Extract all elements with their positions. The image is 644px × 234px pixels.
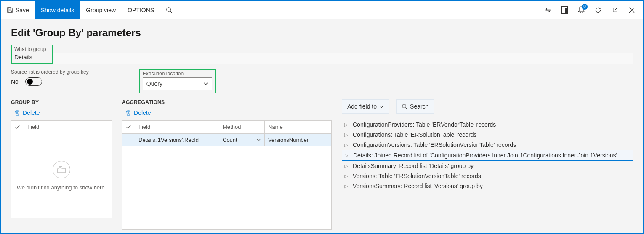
agg-row-name[interactable]: VersionsNumber <box>265 134 331 146</box>
agg-check-header[interactable] <box>122 121 135 133</box>
ordered-toggle-label: Source list is ordered by group key <box>11 69 89 75</box>
show-details-button[interactable]: Show details <box>35 1 80 19</box>
svg-line-1 <box>170 11 172 13</box>
search-button[interactable]: Search <box>396 99 434 114</box>
groupby-delete-label: Delete <box>23 109 40 116</box>
tree-item[interactable]: ▷VersionsSummary: Record list 'Versions'… <box>342 181 633 191</box>
groupby-column: GROUP BY Delete Field <box>11 99 112 218</box>
popout-icon[interactable] <box>611 6 619 14</box>
groupby-field-header[interactable]: Field <box>24 121 112 133</box>
office-icon[interactable] <box>561 6 568 14</box>
groupby-grid-header: Field <box>11 121 112 133</box>
tree-item-label: DetailsSummary: Record list 'Details' gr… <box>353 162 474 169</box>
agg-row-check[interactable] <box>122 134 135 146</box>
fields-tree: ▷ConfigurationProviders: Table 'ERVendor… <box>342 120 633 191</box>
add-field-button[interactable]: Add field to <box>342 99 389 114</box>
agg-row-method[interactable]: Count <box>219 134 265 146</box>
notification-icon[interactable]: 0 <box>577 6 585 14</box>
toolbar-right: 0 <box>544 1 643 19</box>
groupby-check-header[interactable] <box>11 121 24 133</box>
toolbar-search-button[interactable] <box>160 1 178 19</box>
search-icon <box>402 104 407 109</box>
fields-column: Add field to Search ▷ConfigurationProvid… <box>342 99 633 191</box>
tree-item-label: Versions: Table 'ERSolutionVersionTable'… <box>353 173 481 179</box>
close-icon[interactable] <box>628 6 636 14</box>
chevron-down-icon <box>379 104 384 109</box>
tree-item[interactable]: ▷ConfigurationVersions: Table 'ERSolutio… <box>342 140 633 150</box>
group-view-label: Group view <box>86 7 116 13</box>
right-actions: Add field to Search <box>342 99 633 114</box>
connection-icon[interactable] <box>544 6 551 14</box>
check-icon <box>126 124 131 130</box>
what-to-group-row: What to group Details <box>11 45 633 64</box>
expand-icon[interactable]: ▷ <box>344 153 349 158</box>
execution-location-label: Execution location <box>143 71 212 77</box>
tree-item[interactable]: ▷DetailsSummary: Record list 'Details' g… <box>342 161 633 171</box>
add-field-label: Add field to <box>347 103 377 110</box>
ordered-toggle[interactable] <box>25 77 42 86</box>
what-to-group-highlight: What to group Details <box>11 45 53 64</box>
svg-line-3 <box>406 108 407 109</box>
agg-field-header[interactable]: Field <box>135 121 219 133</box>
groupby-delete-button[interactable]: Delete <box>14 109 112 116</box>
chevron-down-icon <box>203 81 208 86</box>
aggregations-grid-header: Field Method Name <box>122 121 331 133</box>
save-button[interactable]: Save <box>1 1 35 19</box>
chevron-down-icon <box>256 138 261 142</box>
save-label: Save <box>16 7 29 13</box>
toolbar-left: Save Show details Group view OPTIONS <box>1 1 178 19</box>
agg-name-header[interactable]: Name <box>265 121 331 133</box>
refresh-icon[interactable] <box>594 6 602 14</box>
tree-item[interactable]: ▷Configurations: Table 'ERSolutionTable'… <box>342 130 633 140</box>
execution-location-select[interactable]: Query <box>143 77 212 90</box>
groupby-empty-state: We didn't find anything to show here. <box>11 133 112 218</box>
ordered-toggle-value: No <box>11 78 19 85</box>
content-area: Edit 'Group By' parameters What to group… <box>1 19 643 233</box>
save-icon <box>7 7 13 13</box>
search-icon <box>166 7 172 13</box>
toggle-knob <box>27 79 33 85</box>
toolbar: Save Show details Group view OPTIONS 0 <box>1 1 643 19</box>
ordered-toggle-value-row: No <box>11 77 89 86</box>
search-label: Search <box>410 103 428 110</box>
ordered-toggle-group: Source list is ordered by group key No <box>11 69 89 86</box>
aggregations-delete-button[interactable]: Delete <box>125 109 332 116</box>
expand-icon[interactable]: ▷ <box>343 183 349 189</box>
what-to-group-value[interactable]: Details <box>14 52 50 61</box>
group-view-button[interactable]: Group view <box>80 1 122 19</box>
tree-item-selected[interactable]: ▷Details: Joined Record list of 'Configu… <box>342 150 633 161</box>
execution-location-value: Query <box>146 80 162 87</box>
aggregations-header: AGGREGATIONS <box>122 99 332 105</box>
tree-item-label: Configurations: Table 'ERSolutionTable' … <box>353 131 477 138</box>
empty-message: We didn't find anything to show here. <box>17 184 106 191</box>
expand-icon[interactable]: ▷ <box>343 163 349 169</box>
expand-icon[interactable]: ▷ <box>343 142 349 148</box>
empty-icon <box>53 161 70 178</box>
expand-icon[interactable]: ▷ <box>343 173 349 179</box>
groupby-header: GROUP BY <box>11 99 112 105</box>
expand-icon[interactable]: ▷ <box>343 122 349 128</box>
tree-item-label: VersionsSummary: Record list 'Versions' … <box>353 183 483 189</box>
trash-icon <box>125 110 131 116</box>
app-window: Save Show details Group view OPTIONS 0 <box>0 0 644 234</box>
agg-method-header[interactable]: Method <box>219 121 265 133</box>
options-button[interactable]: OPTIONS <box>122 1 160 19</box>
toolbar-spacer <box>178 1 544 19</box>
what-to-group-label: What to group <box>14 46 50 52</box>
aggregation-row[interactable]: Details.'1Versions'.RecId Count Versions… <box>122 133 331 146</box>
execution-location-highlight: Execution location Query <box>139 69 216 93</box>
expand-icon[interactable]: ▷ <box>343 132 349 138</box>
tree-item-label: ConfigurationVersions: Table 'ERSolution… <box>353 141 516 148</box>
agg-row-field[interactable]: Details.'1Versions'.RecId <box>135 134 219 146</box>
tree-item[interactable]: ▷Versions: Table 'ERSolutionVersionTable… <box>342 171 633 181</box>
trash-icon <box>14 110 20 116</box>
show-details-label: Show details <box>41 7 74 13</box>
notification-badge: 0 <box>582 4 588 10</box>
tree-item[interactable]: ▷ConfigurationProviders: Table 'ERVendor… <box>342 120 633 130</box>
lower-columns: GROUP BY Delete Field <box>11 99 633 230</box>
groupby-grid: Field We didn't find anything to show he… <box>11 120 112 218</box>
what-to-group-field-ext[interactable] <box>53 53 633 64</box>
check-icon <box>15 124 20 130</box>
options-label: OPTIONS <box>128 7 154 13</box>
page-title: Edit 'Group By' parameters <box>11 27 633 39</box>
